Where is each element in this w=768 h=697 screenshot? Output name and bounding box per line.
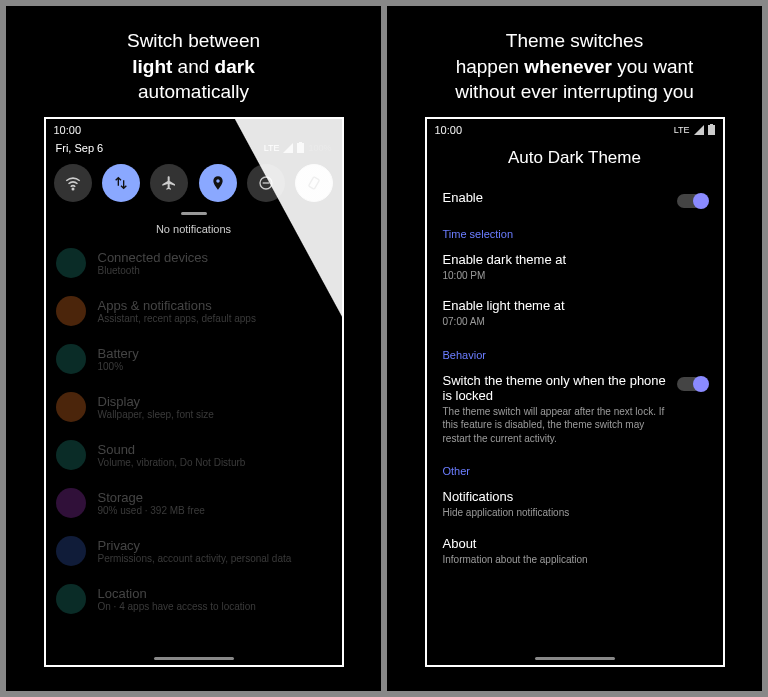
section-other: Other — [427, 453, 723, 481]
promo-heading: Theme switches happen whenever you want … — [455, 28, 694, 105]
nav-handle[interactable] — [535, 657, 615, 660]
settings-row-icon — [56, 248, 86, 278]
qs-date: Fri, Sep 6 — [56, 142, 104, 154]
qs-rotate[interactable] — [295, 164, 333, 202]
dnd-icon — [258, 175, 274, 191]
settings-row-icon — [56, 392, 86, 422]
battery-icon — [297, 142, 304, 153]
settings-row[interactable]: SoundVolume, vibration, Do Not Disturb — [46, 431, 342, 479]
pref-sub: 07:00 AM — [443, 315, 697, 329]
settings-row-icon — [56, 344, 86, 374]
signal-label: LTE — [674, 125, 690, 135]
svg-rect-6 — [708, 125, 715, 135]
promo-heading: Switch between light and dark automatica… — [127, 28, 260, 105]
phone-mockup-right: 10:00 LTE Auto Dark Theme Enable Time se… — [425, 117, 725, 667]
svg-rect-5 — [309, 177, 320, 190]
pref-sub: Information about the application — [443, 553, 697, 567]
pref-title: Enable dark theme at — [443, 252, 697, 267]
qs-header: Fri, Sep 6 LTE 100% — [46, 138, 342, 160]
settings-row-title: Apps & notifications — [98, 298, 256, 313]
battery-icon — [708, 124, 715, 135]
promo-panel-right: Theme switches happen whenever you want … — [387, 6, 762, 691]
svg-point-2 — [72, 188, 74, 190]
settings-row-title: Location — [98, 586, 256, 601]
svg-rect-7 — [710, 124, 713, 125]
nav-handle[interactable] — [154, 657, 234, 660]
svg-rect-1 — [299, 142, 302, 143]
settings-row-sub: On · 4 apps have access to location — [98, 601, 256, 612]
settings-row-icon — [56, 296, 86, 326]
signal-icon — [283, 143, 293, 153]
pref-sub: 10:00 PM — [443, 269, 697, 283]
settings-row[interactable]: PrivacyPermissions, account activity, pe… — [46, 527, 342, 575]
battery-percent: 100% — [308, 143, 331, 153]
phone-mockup-left: 10:00 Fri, Sep 6 LTE 100% No notificatio… — [44, 117, 344, 667]
pref-title: Switch the theme only when the phone is … — [443, 373, 667, 403]
settings-row-title: Display — [98, 394, 214, 409]
location-icon — [210, 175, 226, 191]
settings-row-sub: Permissions, account activity, personal … — [98, 553, 292, 564]
settings-row-icon — [56, 584, 86, 614]
pref-sub: Hide application notifications — [443, 506, 697, 520]
settings-row-icon — [56, 536, 86, 566]
settings-row-title: Battery — [98, 346, 139, 361]
pref-title: About — [443, 536, 697, 551]
toggle-enable[interactable] — [677, 194, 707, 208]
settings-row[interactable]: Connected devicesBluetooth — [46, 239, 342, 287]
pref-light-at[interactable]: Enable light theme at 07:00 AM — [427, 290, 723, 337]
settings-row-title: Storage — [98, 490, 205, 505]
qs-location[interactable] — [199, 164, 237, 202]
wifi-icon — [64, 174, 82, 192]
pref-title: Enable light theme at — [443, 298, 697, 313]
settings-row-icon — [56, 488, 86, 518]
settings-row-icon — [56, 440, 86, 470]
qs-wifi[interactable] — [54, 164, 92, 202]
pref-sub: The theme switch will appear after the n… — [443, 405, 667, 446]
qs-dnd[interactable] — [247, 164, 285, 202]
pref-title: Enable — [443, 190, 667, 205]
settings-row[interactable]: DisplayWallpaper, sleep, font size — [46, 383, 342, 431]
settings-row-sub: 90% used · 392 MB free — [98, 505, 205, 516]
signal-icon — [694, 125, 704, 135]
promo-panel-left: Switch between light and dark automatica… — [6, 6, 381, 691]
qs-airplane[interactable] — [150, 164, 188, 202]
pref-enable[interactable]: Enable — [427, 182, 723, 216]
app-title: Auto Dark Theme — [427, 138, 723, 182]
section-time: Time selection — [427, 216, 723, 244]
pref-about[interactable]: About Information about the application — [427, 528, 723, 575]
status-bar: 10:00 — [46, 119, 342, 138]
rotate-icon — [306, 175, 322, 191]
qs-data[interactable] — [102, 164, 140, 202]
settings-row-title: Privacy — [98, 538, 292, 553]
settings-row-title: Connected devices — [98, 250, 209, 265]
pref-title: Notifications — [443, 489, 697, 504]
settings-row-sub: Volume, vibration, Do Not Disturb — [98, 457, 246, 468]
settings-row[interactable]: LocationOn · 4 apps have access to locat… — [46, 575, 342, 623]
pref-dark-at[interactable]: Enable dark theme at 10:00 PM — [427, 244, 723, 291]
settings-row[interactable]: Storage90% used · 392 MB free — [46, 479, 342, 527]
settings-row-sub: Bluetooth — [98, 265, 209, 276]
settings-row-title: Sound — [98, 442, 246, 457]
settings-list: Connected devicesBluetoothApps & notific… — [46, 239, 342, 623]
settings-row[interactable]: Apps & notificationsAssistant, recent ap… — [46, 287, 342, 335]
settings-row[interactable]: Battery100% — [46, 335, 342, 383]
qs-handle[interactable] — [181, 212, 207, 215]
qs-row — [46, 160, 342, 206]
svg-rect-0 — [297, 143, 304, 153]
status-time: 10:00 — [435, 124, 463, 136]
signal-label: LTE — [264, 143, 280, 153]
settings-row-sub: 100% — [98, 361, 139, 372]
pref-lock-switch[interactable]: Switch the theme only when the phone is … — [427, 365, 723, 454]
status-time: 10:00 — [54, 124, 82, 136]
toggle-lock[interactable] — [677, 377, 707, 391]
status-bar: 10:00 LTE — [427, 119, 723, 138]
settings-row-sub: Assistant, recent apps, default apps — [98, 313, 256, 324]
pref-notifications[interactable]: Notifications Hide application notificat… — [427, 481, 723, 528]
no-notifications: No notifications — [46, 217, 342, 239]
settings-row-sub: Wallpaper, sleep, font size — [98, 409, 214, 420]
airplane-icon — [161, 175, 177, 191]
data-arrows-icon — [113, 175, 129, 191]
section-behavior: Behavior — [427, 337, 723, 365]
